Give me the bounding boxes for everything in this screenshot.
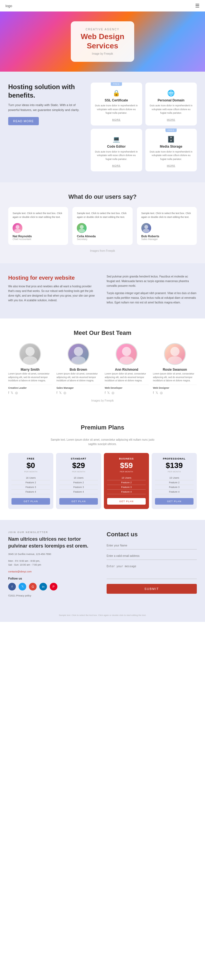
team-card-2: Ann Richmond Lorem ipsum dolor sit amet,… [105,343,149,395]
plan-card-professional: PROFESSIONAL $139 PER MONTH 15 UsersFeat… [152,453,197,509]
feature-card-ssl: FREE 🔒 SSL Certificate Duis aute irure d… [91,83,142,126]
plan-feature: Feature 4 [107,490,146,494]
team-desc: Lorem ipsum dolor sit amet, consectetur … [153,372,197,382]
team-fb-icon[interactable]: f [57,391,57,395]
hosting-every-heading: Hosting for every website [8,274,99,281]
testimonial-role: Secretary [77,238,128,240]
ssl-icon: 🔒 [95,90,138,97]
team-card-1: Bob Brown Lorem ipsum dolor sit amet, co… [57,343,100,395]
plan-features-list: 15 UsersFeature 2Feature 3Feature 4 [155,476,194,494]
hosting-every-section: Hosting for every website We also know t… [0,263,205,318]
svg-point-4 [144,225,148,229]
twitter-icon[interactable]: 𝕏 [19,583,26,590]
team-avatar [116,343,137,365]
team-role-label: Web Developer [105,385,149,389]
domain-title: Personal Domain [149,99,193,102]
team-name: Rosie Swanson [153,368,197,372]
team-credit: Images by Freepik [8,399,197,402]
get-plan-button[interactable]: GET PLAN [155,498,194,504]
read-more-button[interactable]: READ MORE [8,117,39,125]
domain-more-link[interactable]: MORE [167,118,175,121]
feature-card-domain: 🌐 Personal Domain Duis aute irure dolor … [145,83,197,126]
team-desc: Lorem ipsum dolor sit amet, consectetur … [8,372,52,382]
hosting-left: Hosting solution with benefits. Turn you… [8,83,84,125]
team-ig-icon[interactable]: ◎ [160,391,163,395]
team-section: Meet Our Best Team Marry Smith Lorem ips… [0,318,205,413]
team-fb-icon[interactable]: f [8,391,9,395]
svg-point-9 [72,356,86,364]
team-ig-icon[interactable]: ◎ [15,391,18,395]
plan-type: FREE [11,457,50,460]
team-tw-icon[interactable]: 𝕏 [59,391,62,395]
google-icon[interactable]: G [29,583,37,590]
plan-feature: Feature 3 [59,485,98,490]
storage-more-link[interactable]: MORE [167,164,175,167]
contact-heading: Contact us [106,531,197,538]
plan-feature: Feature 3 [11,485,50,490]
hero-image-credit: Image by Freepik [81,52,124,55]
free-badge: FREE [111,82,122,86]
plan-feature: Feature 3 [107,485,146,490]
get-plan-button[interactable]: GET PLAN [107,498,146,504]
header: logo ☰ [0,0,205,11]
team-fb-icon[interactable]: f [105,391,105,395]
team-grid: Marry Smith Lorem ipsum dolor sit amet, … [8,343,197,395]
hosting-every-left: Hosting for every website We also know t… [8,274,99,302]
hosting-description: Turn your ideas into reality with Static… [8,103,84,112]
plan-type: PROFESSIONAL [155,457,194,460]
team-fb-icon[interactable]: f [153,391,154,395]
newsletter-address: 3045 10 Sunfire Avenue, 123-456-7890 [8,552,99,556]
ssl-more-link[interactable]: MORE [112,118,121,121]
testimonial-text: Sample text. Click to select the text bo… [13,211,64,219]
svg-point-12 [170,347,179,356]
svg-point-7 [23,356,37,364]
submit-button[interactable]: SUBMIT [106,584,197,594]
svg-point-8 [74,347,83,356]
testimonial-name: Celia Almeda [77,235,128,238]
hosting-every-para2: Turpis egestas integer eget aliquet nibh… [106,291,197,305]
contact-email-input[interactable] [106,552,197,560]
ssl-title: SSL Certificate [95,99,138,102]
team-ig-icon[interactable]: ◎ [64,391,66,395]
hero-section: CREATIVE AGENCY Web Design Services Imag… [0,11,205,72]
plan-features-list: 15 UsersFeature 2Feature 3Feature 4 [59,476,98,494]
linkedin-icon[interactable]: in [39,583,47,590]
testimonial-card-0: Sample text. Click to select the text bo… [8,207,68,245]
hosting-features-grid: FREE 🔒 SSL Certificate Duis aute irure d… [91,83,197,172]
storage-title: Media Storage [149,145,193,148]
hamburger-icon[interactable]: ☰ [195,3,200,9]
hosting-every-para1: Sed pulvinar proin gravida hendrerit lec… [106,274,197,288]
team-tw-icon[interactable]: 𝕏 [156,391,158,395]
testimonial-card-2: Sample text. Click to select the text bo… [137,207,197,245]
hosting-every-left-text: We also know that pros and newbies alike… [8,284,99,302]
editor-icon: 💻 [95,136,138,143]
team-role-label: Creative Leader [8,385,52,389]
team-role-label: Web Designer [153,385,197,389]
footer-note: Sample text. Click to select the text bo… [0,611,205,622]
bottom-section: JOIN OUR NEWSLETTER Nam ultrices ultrice… [0,520,205,611]
plan-feature: Feature 2 [11,480,50,485]
svg-point-3 [78,229,85,232]
plan-price: $0 [11,461,50,470]
team-ig-icon[interactable]: ◎ [111,391,114,395]
team-tw-icon[interactable]: 𝕏 [11,391,13,395]
team-tw-icon[interactable]: 𝕏 [107,391,110,395]
editor-desc: Duis aute irure dolor in reprehenderit i… [95,150,138,161]
facebook-icon[interactable]: f [8,583,16,590]
svg-point-2 [80,225,84,229]
free-badge: FREE [165,129,176,132]
plan-feature: Feature 2 [107,480,146,485]
plan-feature: Feature 4 [155,490,194,494]
social-row: f 𝕏 G in P [8,583,99,590]
team-social-icons: f 𝕏 ◎ [153,391,197,395]
newsletter-email[interactable]: contacts@sbnyz.com [8,570,99,574]
contact-message-input[interactable] [106,563,197,579]
feature-card-storage: FREE 🗄️ Media Storage Duis aute irure do… [145,129,197,172]
plan-period: PER MONTH [11,471,50,473]
contact-name-input[interactable] [106,542,197,549]
get-plan-button[interactable]: GET PLAN [59,498,98,504]
pinterest-icon[interactable]: P [50,583,57,590]
editor-more-link[interactable]: MORE [112,164,121,167]
get-plan-button[interactable]: GET PLAN [11,498,50,504]
testimonial-avatar [13,223,22,233]
